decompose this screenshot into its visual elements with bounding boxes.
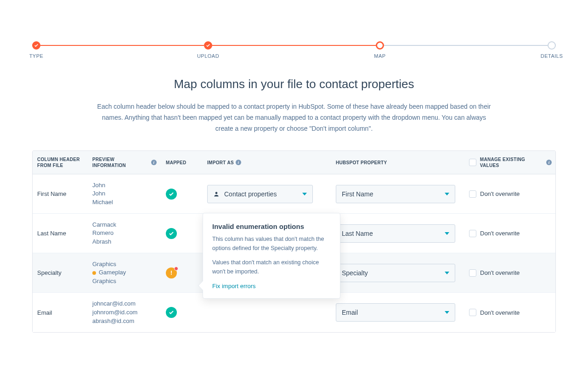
th-mapped: MAPPED [161, 151, 203, 174]
chevron-down-icon [445, 193, 449, 195]
mapped-status [161, 182, 203, 206]
preview-value: Abrash [92, 238, 157, 246]
connector [384, 45, 548, 46]
circle-icon [376, 41, 384, 50]
preview-value: johnrom@id.com [92, 308, 157, 317]
dont-overwrite-checkbox[interactable] [469, 269, 476, 277]
preview-value: Graphics [92, 260, 157, 269]
column-header-from-file: Email [33, 303, 88, 323]
check-circle-icon [166, 189, 177, 200]
notification-dot-icon [174, 267, 178, 271]
warning-dot-icon [92, 271, 96, 275]
contact-icon [213, 191, 220, 197]
column-header-from-file: First Name [33, 184, 88, 204]
mapped-status [161, 222, 203, 245]
chevron-down-icon [445, 232, 449, 235]
step-label: TYPE [29, 53, 44, 59]
th-column-header: COLUMN HEADER FROM FILE [33, 151, 88, 174]
th-import-as: IMPORT ASi [203, 151, 331, 174]
th-preview: PREVIEW INFORMATIONi [88, 151, 161, 174]
preview-value: Carmack [92, 221, 157, 229]
table-row: Emailjohncar@id.comjohnrom@id.comabrash@… [33, 293, 555, 332]
import-as-cell [203, 306, 331, 319]
preview-value: Graphics [92, 277, 157, 286]
check-circle-icon [166, 307, 177, 318]
hubspot-property-select[interactable]: Specialty [336, 264, 455, 282]
page-title: Map columns in your file to contact prop… [32, 77, 556, 91]
step-details[interactable]: DETAILS [548, 41, 556, 50]
fix-errors-link[interactable]: Fix import errors [212, 283, 256, 289]
manage-existing-cell: Don't overwrite [464, 302, 556, 323]
column-header-from-file: Specialty [33, 263, 88, 283]
error-popover: Invalid enumeration options This column … [203, 213, 340, 299]
chevron-down-icon [445, 311, 449, 314]
hubspot-property-cell: Specialty [331, 257, 464, 289]
preview-information: GraphicsGameplayGraphics [88, 254, 161, 293]
hubspot-property-select[interactable]: Email [336, 303, 455, 322]
page-subtitle: Each column header below should be mappe… [96, 101, 492, 134]
import-as-select[interactable]: Contact properties [207, 185, 313, 203]
check-circle-icon [166, 228, 177, 239]
select-all-checkbox[interactable] [469, 159, 476, 166]
connector [212, 45, 376, 46]
hubspot-property-select[interactable]: Last Name [336, 224, 455, 243]
manage-existing-cell: Don't overwrite [464, 263, 556, 283]
info-icon[interactable]: i [151, 160, 157, 165]
preview-value: Michael [92, 198, 157, 207]
preview-value: John [92, 181, 157, 190]
step-upload[interactable]: UPLOAD [204, 41, 212, 50]
step-map[interactable]: MAP [376, 41, 384, 50]
step-type[interactable]: TYPE [32, 41, 40, 50]
manage-existing-cell: Don't overwrite [464, 223, 556, 244]
dont-overwrite-checkbox[interactable] [469, 309, 476, 316]
chevron-down-icon [445, 272, 449, 274]
preview-value: abrash@id.com [92, 317, 157, 326]
step-label: UPLOAD [197, 53, 219, 59]
circle-icon [548, 41, 556, 50]
check-icon [32, 41, 40, 50]
table-row: First NameJohnJohnMichaelContact propert… [33, 174, 555, 214]
step-label: DETAILS [541, 53, 563, 59]
warning-circle-icon: ! [166, 267, 177, 278]
chevron-down-icon [302, 193, 307, 195]
preview-value: John [92, 189, 157, 198]
svg-point-0 [215, 192, 218, 194]
preview-information: CarmackRomeroAbrash [88, 214, 161, 253]
hubspot-property-cell: First Name [331, 178, 464, 210]
checkbox-label: Don't overwrite [480, 230, 520, 237]
mapping-table: COLUMN HEADER FROM FILE PREVIEW INFORMAT… [32, 150, 556, 333]
checkbox-label: Don't overwrite [480, 269, 520, 276]
popover-body: This column has values that don't match … [212, 235, 331, 253]
preview-information: JohnJohnMichael [88, 175, 161, 214]
stepper: TYPE UPLOAD MAP DETAILS [32, 41, 556, 50]
table-head: COLUMN HEADER FROM FILE PREVIEW INFORMAT… [33, 151, 555, 174]
hubspot-property-cell: Last Name [331, 218, 464, 249]
hubspot-property-select[interactable]: First Name [336, 185, 455, 203]
preview-value: Romero [92, 229, 157, 238]
info-icon[interactable]: i [546, 160, 552, 165]
dont-overwrite-checkbox[interactable] [469, 230, 476, 237]
popover-title: Invalid enumeration options [212, 223, 331, 230]
th-manage-existing: MANAGE EXISTING VALUESi [464, 151, 556, 174]
checkbox-label: Don't overwrite [480, 190, 520, 197]
mapped-status [161, 301, 203, 324]
import-as-cell: Contact properties [203, 178, 331, 210]
mapped-status: ! [161, 261, 203, 285]
preview-value: Gameplay [92, 268, 157, 277]
info-icon[interactable]: i [236, 160, 241, 165]
column-header-from-file: Last Name [33, 223, 88, 243]
dont-overwrite-checkbox[interactable] [469, 190, 476, 198]
manage-existing-cell: Don't overwrite [464, 184, 556, 204]
th-hubspot-property: HUBSPOT PROPERTY [331, 151, 464, 174]
connector [40, 45, 204, 46]
preview-value: johncar@id.com [92, 300, 157, 308]
hubspot-property-cell: Email [331, 297, 464, 328]
check-icon [204, 41, 212, 50]
popover-body: Values that don't match an existing choi… [212, 258, 331, 276]
preview-information: johncar@id.comjohnrom@id.comabrash@id.co… [88, 293, 161, 332]
step-label: MAP [374, 53, 385, 59]
checkbox-label: Don't overwrite [480, 309, 520, 316]
